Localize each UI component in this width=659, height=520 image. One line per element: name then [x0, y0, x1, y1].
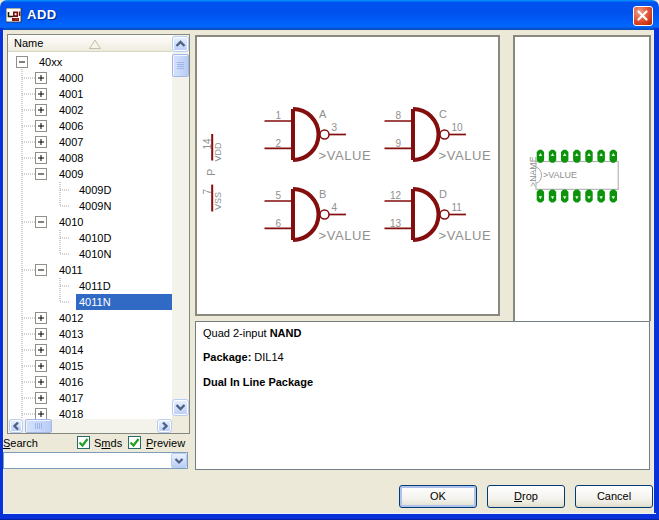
svg-text:6: 6: [275, 218, 281, 229]
svg-text:3: 3: [332, 122, 338, 133]
svg-text:5: 5: [275, 190, 281, 201]
svg-text:1: 1: [275, 110, 281, 121]
svg-text:>VALUE: >VALUE: [439, 228, 492, 243]
svg-text:4: 4: [332, 202, 338, 213]
svg-text:B: B: [319, 188, 326, 200]
svg-text:C: C: [439, 108, 447, 120]
svg-text:>VALUE: >VALUE: [319, 228, 372, 243]
svg-text:>VALUE: >VALUE: [543, 170, 577, 180]
svg-text:2: 2: [275, 138, 281, 149]
svg-text:8: 8: [395, 110, 401, 121]
svg-text:VDD: VDD: [213, 142, 223, 162]
svg-text:11: 11: [452, 202, 463, 213]
svg-text:>NAME: >NAME: [528, 156, 538, 187]
svg-text:A: A: [319, 108, 327, 120]
svg-text:13: 13: [390, 218, 402, 229]
svg-text:9: 9: [395, 138, 401, 149]
svg-text:14: 14: [202, 138, 213, 150]
svg-text:>VALUE: >VALUE: [439, 148, 492, 163]
svg-text:VSS: VSS: [213, 192, 223, 210]
svg-text:12: 12: [390, 190, 402, 201]
svg-text:D: D: [439, 188, 447, 200]
svg-text:7: 7: [202, 189, 213, 195]
svg-text:>VALUE: >VALUE: [319, 148, 372, 163]
svg-text:10: 10: [452, 122, 464, 133]
svg-text:P: P: [205, 169, 217, 176]
